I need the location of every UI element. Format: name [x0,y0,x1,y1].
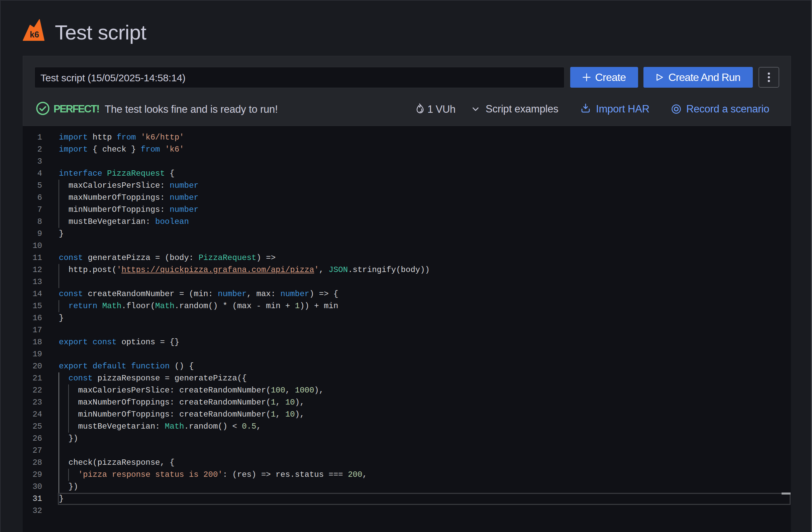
svg-text:k6: k6 [30,30,39,39]
